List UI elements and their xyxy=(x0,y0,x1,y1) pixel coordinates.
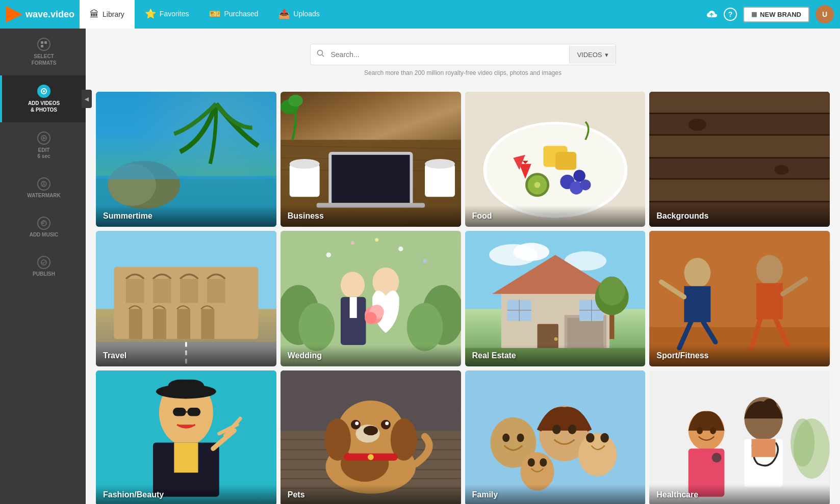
card-label-travel: Travel xyxy=(96,345,276,366)
upload-cloud-button[interactable] xyxy=(705,9,718,19)
search-bar: VIDEOS ▾ xyxy=(310,44,616,65)
step-circle-videos xyxy=(37,85,50,98)
search-icon xyxy=(311,44,331,65)
card-label-healthcare: Healthcare xyxy=(649,484,830,504)
sidebar-label-publish: PUBLISH xyxy=(33,271,55,277)
step-circle-formats xyxy=(37,38,50,51)
category-card-backgrounds[interactable]: Backgrounds xyxy=(649,92,830,227)
category-card-food[interactable]: Food xyxy=(465,92,646,227)
help-button[interactable]: ? xyxy=(724,8,737,21)
card-label-backgrounds: Backgrounds xyxy=(649,205,830,227)
sidebar-label-edit: EDIT xyxy=(38,147,50,153)
user-avatar[interactable]: U xyxy=(816,5,834,23)
card-label-summertime: Summertime xyxy=(96,205,276,227)
sidebar-collapse-button[interactable]: ◀ xyxy=(82,90,92,108)
category-card-sportfitness[interactable]: Sport/Fitness xyxy=(649,231,830,366)
category-card-summertime[interactable]: Summertime xyxy=(96,92,276,227)
logo[interactable]: wave.video xyxy=(6,6,74,22)
svg-rect-1 xyxy=(44,41,47,44)
sidebar-label-formats: SELECTFORMATS xyxy=(32,53,57,66)
category-card-fashionbeauty[interactable]: Fashion/Beauty xyxy=(96,370,276,504)
svg-point-4 xyxy=(43,90,45,92)
main-content: VIDEOS ▾ Search more than 200 million ro… xyxy=(86,29,840,504)
category-grid: Summertime xyxy=(96,92,830,504)
brand-icon: ▦ xyxy=(751,11,757,18)
tab-favorites[interactable]: ⭐ Favorites xyxy=(135,0,199,29)
tab-library[interactable]: 🏛 Library xyxy=(80,0,135,29)
uploads-icon: 📤 xyxy=(278,8,290,19)
new-brand-label: NEW BRAND xyxy=(760,11,801,18)
category-card-wedding[interactable]: Wedding xyxy=(281,231,461,366)
sidebar: SELECTFORMATS ADD VIDEOS& PHOTOS ◀ EDIT … xyxy=(0,29,86,504)
sidebar-label-videos: ADD VIDEOS& PHOTOS xyxy=(28,100,60,113)
category-card-pets[interactable]: Pets xyxy=(281,370,461,504)
tab-favorites-label: Favorites xyxy=(160,10,189,18)
tab-purchased[interactable]: 🎫 Purchased xyxy=(199,0,268,29)
step-circle-edit xyxy=(37,131,50,145)
card-label-pets: Pets xyxy=(281,484,461,504)
card-label-family: Family xyxy=(465,484,646,504)
logo-icon xyxy=(6,6,22,22)
tab-library-label: Library xyxy=(103,10,124,18)
sidebar-item-edit[interactable]: EDIT 6 sec xyxy=(0,122,86,168)
sidebar-label-music: ADD MUSIC xyxy=(30,232,59,237)
search-type-dropdown[interactable]: VIDEOS ▾ xyxy=(569,46,615,64)
sidebar-item-add-music[interactable]: ADD MUSIC xyxy=(0,207,86,247)
new-brand-button[interactable]: ▦ NEW BRAND xyxy=(743,7,809,22)
search-input[interactable] xyxy=(331,45,570,64)
category-card-realestate[interactable]: Real Estate xyxy=(465,231,646,366)
search-hint: Search more than 200 million royalty-fre… xyxy=(364,69,562,76)
svg-line-12 xyxy=(322,55,324,57)
card-label-wedding: Wedding xyxy=(281,345,461,366)
sidebar-item-watermark[interactable]: WATERMARK xyxy=(0,168,86,207)
svg-rect-2 xyxy=(41,45,43,47)
card-label-fashionbeauty: Fashion/Beauty xyxy=(96,484,276,504)
main-nav: 🏛 Library ⭐ Favorites 🎫 Purchased 📤 Uplo… xyxy=(80,0,330,29)
svg-marker-6 xyxy=(43,137,46,140)
category-card-healthcare[interactable]: Healthcare xyxy=(649,370,830,504)
tab-uploads-label: Uploads xyxy=(293,10,319,18)
sidebar-item-publish[interactable]: PUBLISH xyxy=(0,247,86,286)
card-label-sportfitness: Sport/Fitness xyxy=(649,345,830,366)
category-card-family[interactable]: Family xyxy=(465,370,646,504)
app-header: wave.video 🏛 Library ⭐ Favorites 🎫 Purch… xyxy=(0,0,840,29)
logo-text: wave.video xyxy=(26,9,74,20)
sidebar-edit-duration: 6 sec xyxy=(37,153,50,159)
favorites-icon: ⭐ xyxy=(145,8,156,19)
card-label-realestate: Real Estate xyxy=(465,345,646,366)
header-right: ? ▦ NEW BRAND U xyxy=(705,5,834,23)
library-icon: 🏛 xyxy=(90,9,99,20)
card-label-food: Food xyxy=(465,205,646,227)
category-card-travel[interactable]: Travel xyxy=(96,231,276,366)
step-circle-publish xyxy=(37,256,50,269)
step-circle-music xyxy=(37,217,50,230)
svg-point-8 xyxy=(43,182,45,184)
svg-rect-0 xyxy=(41,41,43,44)
dropdown-arrow-icon: ▾ xyxy=(605,51,608,59)
search-area: VIDEOS ▾ Search more than 200 million ro… xyxy=(96,44,830,76)
tab-purchased-label: Purchased xyxy=(224,10,258,18)
sidebar-item-add-videos[interactable]: ADD VIDEOS& PHOTOS ◀ xyxy=(0,75,86,122)
card-label-business: Business xyxy=(281,205,461,227)
category-card-business[interactable]: Business xyxy=(281,92,461,227)
purchased-icon: 🎫 xyxy=(209,8,220,19)
tab-uploads[interactable]: 📤 Uploads xyxy=(268,0,329,29)
svg-point-11 xyxy=(317,50,322,56)
sidebar-label-watermark: WATERMARK xyxy=(27,193,60,198)
search-type-label: VIDEOS xyxy=(577,51,602,59)
sidebar-item-select-formats[interactable]: SELECTFORMATS xyxy=(0,29,86,75)
step-circle-watermark xyxy=(37,177,50,191)
